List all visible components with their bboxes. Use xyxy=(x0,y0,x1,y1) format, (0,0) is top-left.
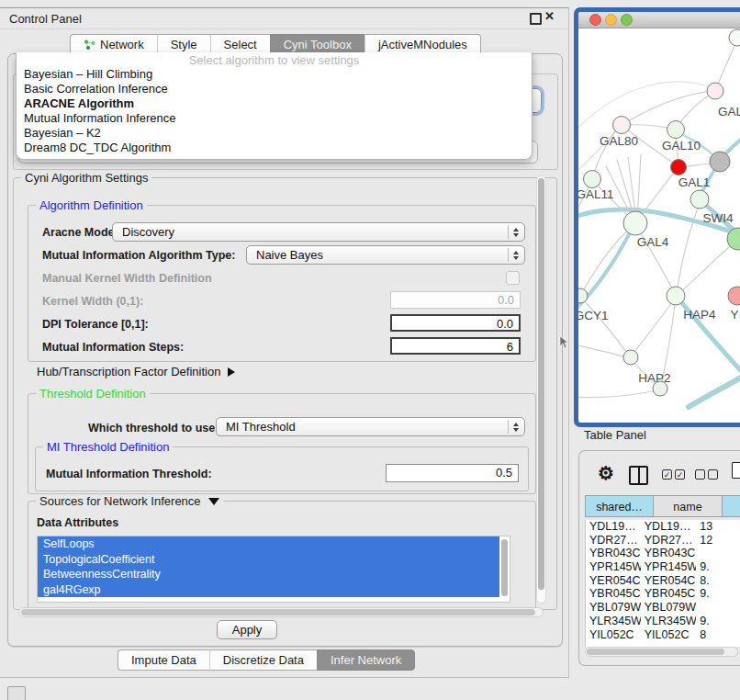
mi-steps-value: 6 xyxy=(507,340,513,354)
algorithm-option-basic-correlation-inference[interactable]: Basic Correlation Inference xyxy=(17,82,532,96)
table-cell: 9. xyxy=(696,615,740,628)
table-row[interactable]: YIL052CYIL052C8 xyxy=(586,628,740,642)
column-header-shared[interactable]: shared… xyxy=(585,495,653,517)
attribute-option-topologicalcoefficient[interactable]: TopologicalCoefficient xyxy=(38,552,499,568)
network-node-y[interactable] xyxy=(728,287,740,305)
combo-stepper-icon xyxy=(508,420,522,434)
table-panel-title: Table Panel xyxy=(584,428,646,442)
column-header-2[interactable] xyxy=(722,495,740,517)
network-node-swi4[interactable] xyxy=(690,190,709,209)
hub-definition-section[interactable]: Hub/Transcription Factor Definition xyxy=(37,365,235,378)
algorithm-option-aracne-algorithm[interactable]: ARACNE Algorithm xyxy=(17,96,532,111)
network-node-gal10[interactable] xyxy=(667,121,685,139)
collapsed-panel-button[interactable] xyxy=(7,686,26,700)
table-row[interactable]: YLR345WYLR345W9. xyxy=(586,615,740,628)
table-cell: 12 xyxy=(696,534,740,548)
attribute-items: SelfLoopsTopologicalCoefficientBetweenne… xyxy=(38,536,510,597)
node-label-gal4: GAL4 xyxy=(637,235,669,249)
network-node-hap4[interactable] xyxy=(667,287,685,305)
algorithm-option-bayesian-k2[interactable]: Bayesian – K2 xyxy=(17,126,532,141)
table-row[interactable]: YDR27…YDR27…12 xyxy=(586,534,740,548)
gear-icon[interactable] xyxy=(598,462,614,484)
settings-horizontal-scrollbar[interactable] xyxy=(18,607,544,617)
table-cell: YIL052C xyxy=(641,628,697,642)
network-node[interactable] xyxy=(729,29,740,46)
aracne-mode-combobox[interactable]: Discovery xyxy=(112,222,525,242)
attribute-option-selfloops[interactable]: SelfLoops xyxy=(38,536,499,552)
algorithm-option-bayesian-hill-climbing[interactable]: Bayesian – Hill Climbing xyxy=(17,67,532,82)
mi-steps-field[interactable]: 6 xyxy=(390,337,521,355)
table-row[interactable]: YBL079WYBL079W xyxy=(586,601,740,615)
table-row[interactable]: YER054CYER054C8. xyxy=(586,574,740,588)
mi-algorithm-type-combobox[interactable]: Naive Bayes xyxy=(246,245,525,265)
network-node[interactable] xyxy=(710,152,730,172)
attribute-option-gal4rgexp[interactable]: gal4RGexp xyxy=(38,582,499,598)
manual-kernel-width-checkbox[interactable] xyxy=(506,271,520,285)
table-cell: YBR043C xyxy=(641,547,697,560)
zoom-traffic-light-icon[interactable] xyxy=(621,14,633,26)
network-canvas[interactable]: GALGAL80GAL10GAL1GAL11SWI4GAL4GCY1HAP4YH… xyxy=(578,28,740,414)
table-row[interactable]: YPR145WYPR145W9. xyxy=(586,560,740,574)
settings-group-title: Cyni Algorithm Settings xyxy=(21,171,151,185)
select-unchecked-icon[interactable] xyxy=(695,469,718,480)
table-row[interactable]: YBR045CYBR045C9. xyxy=(586,587,740,601)
algorithm-option-mutual-information-inference[interactable]: Mutual Information Inference xyxy=(17,111,532,126)
select-checked-icon[interactable] xyxy=(662,469,685,480)
algorithm-option-dream8-dc-tdc-algorithm[interactable]: Dream8 DC_TDC Algorithm xyxy=(17,141,532,155)
table-body: YDL19…YDL19…13YDR27…YDR27…12YBR043CYBR04… xyxy=(585,520,740,647)
kernel-width-label: Kernel Width (0,1): xyxy=(42,295,143,308)
network-view-window: GALGAL80GAL10GAL1GAL11SWI4GAL4GCY1HAP4YH… xyxy=(574,7,740,427)
network-node-gal[interactable] xyxy=(707,83,723,99)
settings-vertical-scrollbar[interactable] xyxy=(536,175,546,604)
which-threshold-value: MI Threshold xyxy=(226,418,296,435)
mi-threshold-value: 0.5 xyxy=(496,466,512,480)
settings-hscroll-thumb[interactable] xyxy=(21,609,535,615)
table-horizontal-scrollbar[interactable] xyxy=(585,647,738,657)
close-traffic-light-icon[interactable] xyxy=(589,14,601,26)
sources-group-title-wrap[interactable]: Sources for Network Inference xyxy=(36,494,223,508)
tab-label: Network xyxy=(100,35,144,54)
hub-definition-label: Hub/Transcription Factor Definition xyxy=(37,365,220,378)
table-row[interactable]: YBR043CYBR043C xyxy=(586,547,740,560)
network-window-titlebar[interactable] xyxy=(578,12,740,28)
network-node-gal11[interactable] xyxy=(584,171,601,188)
split-view-icon[interactable] xyxy=(629,466,648,485)
aracne-mode-value: Discovery xyxy=(122,223,174,241)
table-header: shared…name xyxy=(585,495,740,517)
attribute-option-betweennesscentrality[interactable]: BetweennessCentrality xyxy=(38,567,499,582)
tab-impute-data[interactable]: Impute Data xyxy=(118,649,209,671)
tab-discretize-data[interactable]: Discretize Data xyxy=(209,649,317,671)
network-node-gcy1[interactable] xyxy=(578,288,588,303)
list-scrollbar[interactable] xyxy=(500,537,509,601)
table-cell: YLR345W xyxy=(641,615,697,628)
table-cell: YIL052C xyxy=(586,628,641,642)
node-label-y: Y xyxy=(730,308,738,322)
settings-vscroll-thumb[interactable] xyxy=(538,178,544,590)
network-node-gal4[interactable] xyxy=(623,211,647,235)
list-scrollbar-thumb[interactable] xyxy=(501,539,508,596)
network-node-hap2[interactable] xyxy=(623,350,638,365)
which-threshold-label: Which threshold to use: xyxy=(88,422,219,435)
table-hscroll-thumb[interactable] xyxy=(587,649,724,655)
panel-title: Control Panel xyxy=(9,12,82,26)
which-threshold-combobox[interactable]: MI Threshold xyxy=(216,417,525,436)
network-node-gal1[interactable] xyxy=(671,160,687,175)
close-icon[interactable]: ✕ xyxy=(544,9,555,23)
table-cell: YDR27… xyxy=(641,534,697,548)
node-label-gal11: GAL11 xyxy=(578,187,614,201)
tab-infer-network[interactable]: Infer Network xyxy=(317,649,415,671)
network-node-gal80[interactable] xyxy=(613,117,631,134)
kernel-width-field[interactable]: 0.0 xyxy=(390,291,521,309)
minimize-traffic-light-icon[interactable] xyxy=(605,14,617,26)
table-cell: YLR345W xyxy=(586,615,641,628)
apply-button[interactable]: Apply xyxy=(217,620,277,639)
column-header-name[interactable]: name xyxy=(653,495,722,517)
tab-label: Select xyxy=(224,35,257,54)
dpi-tolerance-field[interactable]: 0.0 xyxy=(390,314,521,332)
new-document-icon[interactable] xyxy=(732,462,740,479)
mi-threshold-field[interactable]: 0.5 xyxy=(386,464,519,482)
table-cell: YBL079W xyxy=(586,601,641,615)
network-icon xyxy=(84,39,95,51)
float-window-icon[interactable] xyxy=(530,13,542,25)
table-row[interactable]: YDL19…YDL19…13 xyxy=(586,520,740,534)
